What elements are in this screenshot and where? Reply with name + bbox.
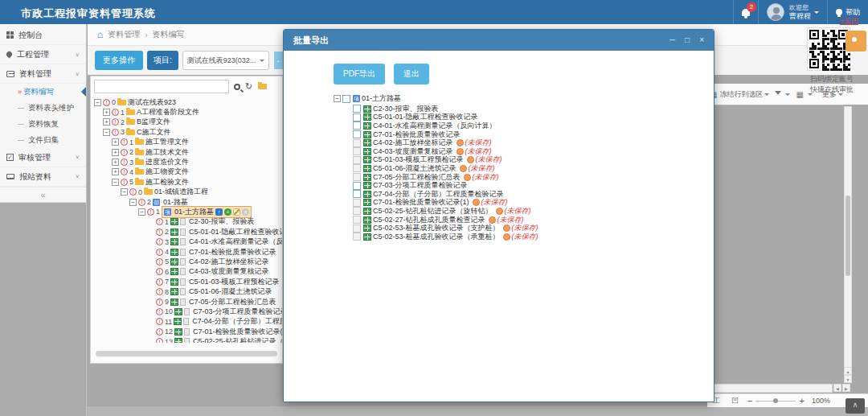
scroll-left-button[interactable]: ◀	[833, 384, 841, 392]
breadcrumb-section[interactable]: 资料管理	[108, 29, 140, 40]
collapse-icon[interactable]: −	[121, 188, 128, 196]
expand-icon[interactable]: +	[112, 159, 119, 166]
notifications-button[interactable]: 2	[733, 0, 758, 24]
sidebar-collapse-button[interactable]: «	[0, 187, 86, 203]
tree-row[interactable]: 8C5-01-06-混凝土浇筑记录	[91, 286, 282, 296]
scroll-right-button[interactable]: ▶	[842, 384, 850, 392]
tree-row[interactable]: 5C4-02-施工放样坐标记录	[91, 257, 282, 266]
minimize-icon[interactable]: ─	[669, 30, 675, 51]
tree-row[interactable]: 4C7-01-检验批质量验收记录	[91, 247, 282, 257]
tree-row[interactable]: 7C5-01-03-模板工程预检记录	[91, 277, 282, 286]
exit-button[interactable]: 退出	[394, 64, 429, 84]
filter-icon[interactable]	[775, 91, 781, 98]
collapse-icon[interactable]: −	[94, 99, 101, 106]
add-icon[interactable]: +	[224, 208, 231, 216]
tree-row[interactable]: −0测试在线表923	[91, 97, 282, 107]
collapse-icon[interactable]: −	[112, 179, 119, 186]
scrollbar-thumb[interactable]	[845, 196, 850, 276]
tree-search-input[interactable]	[94, 80, 229, 93]
zoom-in-button[interactable]: +	[799, 396, 804, 406]
page-fit-icon[interactable]: 凹	[731, 396, 739, 406]
tree-row-label: 01-城镇道路工程	[154, 187, 208, 197]
close-icon[interactable]: ×	[699, 30, 704, 51]
tree-row[interactable]: +3进度造价文件	[91, 157, 282, 167]
checkbox[interactable]	[353, 182, 361, 190]
tree-row[interactable]: 11C7-04-分部（子分部）工程质量检验记录	[91, 317, 282, 327]
settings-gear-button[interactable]	[845, 31, 866, 51]
folder-icon[interactable]	[258, 84, 267, 89]
sidebar-item-审核管理[interactable]: ✓审核管理∨	[0, 148, 86, 167]
scroll-down-button[interactable]: ▼	[844, 375, 852, 383]
collapse-icon[interactable]: −	[129, 199, 137, 206]
pdf-export-button[interactable]: PDF导出	[334, 64, 385, 84]
sidebar-subitem-资料编写[interactable]: 资料编写	[0, 84, 86, 100]
tree-row[interactable]: 2C5-01-01-隐蔽工程检查验收记录	[91, 227, 282, 237]
sheet-canvas	[707, 105, 844, 383]
edit-icon[interactable]	[233, 208, 240, 216]
tree-row[interactable]: 12C7-01-检验批质量验收记录(1)	[91, 327, 282, 336]
tree-row[interactable]: +1施工管理文件	[91, 138, 282, 147]
delete-icon[interactable]: ×	[242, 208, 249, 216]
checkbox[interactable]	[353, 130, 361, 138]
tree-row[interactable]: +4施工物资文件	[91, 167, 282, 177]
search-icon[interactable]	[234, 84, 240, 90]
warning-icon	[112, 129, 119, 136]
sidebar-subitem-文件归集[interactable]: 文件归集	[0, 132, 86, 148]
tree-row[interactable]: +2B监理文件	[91, 117, 282, 127]
warning-icon	[156, 328, 163, 336]
tree-row[interactable]: 13C5-02-25-钻孔桩钻进记录（旋转钻）	[91, 336, 282, 343]
sidebar-subitem-资料恢复[interactable]: 资料恢复	[0, 116, 86, 132]
zoom-slider[interactable]	[755, 401, 796, 402]
tree-row[interactable]: −3C施工文件	[91, 127, 282, 137]
tree-row[interactable]: −5施工检验文件	[91, 177, 282, 187]
expand-icon[interactable]: +	[112, 168, 119, 175]
tree-row[interactable]: +1A工程准备阶段文件	[91, 107, 282, 117]
refresh-icon[interactable]: ↻	[245, 81, 252, 92]
sidebar-subitem-label: 资料表头维护	[28, 103, 74, 113]
vertical-scrollbar[interactable]	[844, 106, 852, 383]
warning-icon	[112, 118, 119, 126]
horizontal-scrollbar[interactable]	[707, 384, 833, 393]
zoom-slider-handle[interactable]	[773, 398, 778, 403]
checkbox[interactable]	[353, 113, 361, 122]
zoom-out-button[interactable]: −	[747, 396, 752, 406]
checkbox[interactable]	[353, 122, 361, 130]
user-menu[interactable]: 欢迎您 曹程程	[758, 0, 827, 24]
expand-icon[interactable]: +	[103, 118, 110, 126]
sidebar-subitem-资料表头维护[interactable]: 资料表头维护	[0, 100, 86, 116]
tree-row[interactable]: 10C7-03-分项工程质量检验记录	[91, 307, 282, 316]
root-checkbox[interactable]	[342, 95, 350, 103]
project-select[interactable]: 测试在线表923(032...	[182, 51, 269, 70]
tree-row[interactable]: 1C2-30-报审、报验表	[91, 217, 282, 227]
tree-horizontal-scrollbar[interactable]	[96, 351, 277, 356]
tree-row[interactable]: 9C7-05-分部工程检验汇总表	[91, 297, 282, 307]
checkbox[interactable]	[353, 190, 361, 198]
checkbox-disabled	[353, 233, 361, 241]
scroll-up-button[interactable]: ▲	[844, 367, 852, 375]
collapse-corner-button[interactable]: ∧	[845, 398, 865, 414]
expand-icon[interactable]: +	[112, 138, 119, 146]
collapse-icon[interactable]: −	[103, 129, 110, 136]
home-icon[interactable]: ⌂	[97, 29, 103, 40]
more-actions-button[interactable]: 更多操作	[95, 51, 143, 70]
collapse-icon[interactable]: −	[334, 95, 341, 102]
tree-row-number: 7	[165, 278, 169, 286]
maximize-icon[interactable]: □	[685, 30, 690, 51]
dialog-titlebar[interactable]: 批量导出 ─ □ ×	[284, 30, 714, 51]
tree-row[interactable]: 6C4-03-坡度测量复核记录	[91, 267, 282, 277]
qr-close-link[interactable]: ×关闭	[840, 16, 858, 27]
tree-row[interactable]: 3C4-01-水准高程测量记录（反向计算）	[91, 237, 282, 246]
checkbox[interactable]	[353, 105, 361, 113]
tree-row[interactable]: +2施工技术文件	[91, 147, 282, 157]
tree-row[interactable]: −1项01-土方路基↑+×	[91, 207, 282, 216]
sidebar-item-控制台[interactable]: 控制台	[0, 26, 86, 45]
tree-row[interactable]: −001-城镇道路工程	[91, 187, 282, 197]
upload-icon[interactable]: ↑	[215, 208, 223, 216]
collapse-icon[interactable]: −	[138, 208, 145, 216]
expand-icon[interactable]: +	[103, 109, 110, 116]
sidebar-item-工程管理[interactable]: 工程管理∨	[0, 45, 86, 64]
sidebar-item-资料管理[interactable]: 资料管理∨	[0, 64, 86, 84]
sidebar-item-报站资料[interactable]: 报站资料∨	[0, 167, 86, 187]
expand-icon[interactable]: +	[112, 149, 119, 156]
freeze-rows-label[interactable]: 冻结行到选区	[719, 89, 763, 100]
